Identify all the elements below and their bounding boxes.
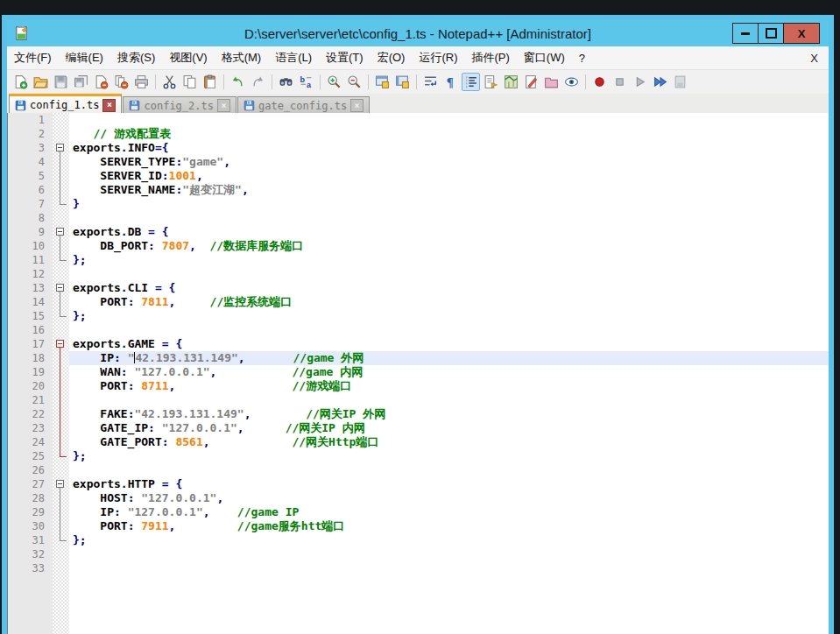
maximize-button[interactable] (758, 23, 784, 44)
save-all-icon[interactable] (72, 73, 90, 91)
code-line[interactable]: 21 (8, 393, 829, 407)
menu-item-language[interactable]: 语言(L) (268, 46, 319, 69)
code-text[interactable]: SERVER_NAME:"超变江湖", (69, 183, 829, 197)
line-number[interactable]: 14 (8, 295, 53, 309)
code-text[interactable]: PORT: 7811, //监控系统端口 (69, 295, 829, 309)
paste-icon[interactable] (201, 73, 219, 91)
line-number[interactable]: 24 (8, 435, 53, 449)
code-line[interactable]: 33 (8, 561, 829, 575)
code-text[interactable] (69, 113, 829, 127)
code-line[interactable]: 5 SERVER_ID:1001, (8, 169, 829, 183)
tab-close-icon[interactable]: × (217, 99, 230, 112)
code-text[interactable]: PORT: 8711, //游戏端口 (69, 379, 829, 393)
line-number[interactable]: 29 (8, 505, 53, 519)
fold-collapse-box[interactable] (53, 477, 69, 491)
line-number[interactable]: 10 (8, 239, 53, 253)
code-text[interactable]: }; (69, 533, 829, 547)
tab-config_1.ts[interactable]: config_1.ts× (9, 94, 122, 115)
line-number[interactable]: 32 (8, 547, 53, 561)
line-number[interactable]: 13 (8, 281, 53, 295)
macro-save-icon[interactable] (671, 73, 689, 91)
code-text[interactable]: FAKE:"42.193.131.149", //网关IP 外网 (69, 407, 829, 421)
line-number[interactable]: 11 (8, 253, 53, 267)
line-number[interactable]: 8 (8, 211, 53, 225)
code-text[interactable]: exports.GAME = { (69, 337, 829, 351)
code-text[interactable]: } (69, 197, 829, 211)
code-line[interactable]: 18 IP: "42.193.131.149", //game 外网 (8, 351, 829, 365)
code-line[interactable]: 11}; (8, 253, 829, 267)
close-file-icon[interactable] (92, 73, 110, 91)
code-text[interactable]: DB_PORT: 7807, //数据库服务端口 (69, 239, 829, 253)
menu-item-file[interactable]: 文件(F) (7, 46, 59, 69)
code-line[interactable]: 20 PORT: 8711, //游戏端口 (8, 379, 829, 393)
print-icon[interactable] (132, 73, 151, 91)
code-text[interactable]: SERVER_ID:1001, (69, 169, 829, 183)
code-line[interactable]: 26 (8, 463, 829, 477)
code-line[interactable]: 12 (8, 267, 829, 281)
code-text[interactable]: }; (69, 253, 829, 267)
close-button[interactable]: X (783, 23, 820, 44)
line-number[interactable]: 1 (8, 113, 53, 127)
code-line[interactable]: 19 WAN: "127.0.0.1", //game 内网 (8, 365, 829, 379)
title-bar[interactable]: D:\server\server\etc\config_1.ts - Notep… (7, 20, 829, 46)
minimize-button[interactable] (732, 23, 759, 44)
menu-item-format[interactable]: 格式(M) (215, 46, 269, 69)
undo-icon[interactable] (229, 73, 247, 91)
macro-run-multiple-icon[interactable] (651, 73, 669, 91)
file-monitoring-icon[interactable] (562, 73, 581, 91)
document-map-icon[interactable] (502, 73, 520, 91)
code-text[interactable] (69, 575, 829, 634)
code-line[interactable]: 31}; (8, 533, 829, 547)
code-line[interactable]: 7} (8, 197, 829, 211)
macro-record-icon[interactable] (590, 73, 609, 91)
menu-item-search[interactable]: 搜索(S) (110, 46, 162, 69)
find-icon[interactable] (277, 73, 295, 91)
code-text[interactable] (69, 393, 829, 407)
line-number[interactable]: 20 (8, 379, 53, 393)
code-line[interactable]: 32 (8, 547, 829, 561)
tab-config_2.ts[interactable]: config_2.ts× (123, 96, 236, 114)
code-text[interactable]: IP: "42.193.131.149", //game 外网 (69, 351, 829, 365)
code-text[interactable]: exports.INFO={ (69, 141, 829, 155)
folder-as-workspace-icon[interactable] (542, 73, 561, 91)
menu-item-plugins[interactable]: 插件(P) (464, 46, 516, 69)
line-number[interactable]: 9 (8, 225, 53, 239)
code-text[interactable] (69, 547, 829, 561)
line-number[interactable]: 21 (8, 393, 53, 407)
function-list-icon[interactable] (482, 73, 500, 91)
code-line[interactable]: 16 (8, 323, 829, 337)
indent-guide-icon[interactable] (462, 73, 480, 91)
sync-scroll-horizontal-icon[interactable] (393, 73, 412, 91)
line-number[interactable]: 25 (8, 449, 53, 463)
line-number[interactable]: 27 (8, 477, 53, 491)
code-text[interactable] (69, 561, 829, 575)
code-line[interactable]: 23 GATE_IP: "127.0.0.1", //网关IP 内网 (8, 421, 829, 435)
line-number[interactable]: 17 (8, 337, 53, 351)
line-number[interactable]: 2 (8, 127, 53, 141)
line-number[interactable]: 22 (8, 407, 53, 421)
line-number[interactable]: 5 (8, 169, 53, 183)
menu-item-run[interactable]: 运行(R) (412, 46, 464, 69)
editor-area[interactable]: 12 // 游戏配置表3exports.INFO={4 SERVER_TYPE:… (7, 113, 829, 634)
menu-item-view[interactable]: 视图(V) (162, 46, 214, 69)
code-line[interactable]: 1 (8, 113, 829, 127)
cut-icon[interactable] (160, 73, 179, 91)
code-text[interactable]: WAN: "127.0.0.1", //game 内网 (69, 365, 829, 379)
code-line[interactable]: 29 IP: "127.0.0.1", //game IP (8, 505, 829, 519)
code-text[interactable] (69, 463, 829, 477)
code-line[interactable]: 27exports.HTTP = { (8, 477, 829, 491)
menu-item-settings[interactable]: 设置(T) (319, 46, 371, 69)
menu-item-macro[interactable]: 宏(O) (371, 46, 413, 69)
code-line[interactable]: 13exports.CLI = { (8, 281, 829, 295)
word-wrap-icon[interactable] (421, 73, 440, 91)
code-line[interactable]: 22 FAKE:"42.193.131.149", //网关IP 外网 (8, 407, 829, 421)
tab-close-icon[interactable]: × (102, 99, 116, 112)
code-text[interactable] (69, 323, 829, 337)
code-text[interactable]: }; (69, 309, 829, 323)
code-line[interactable]: 9exports.DB = { (8, 225, 829, 239)
copy-icon[interactable] (180, 73, 199, 91)
zoom-out-icon[interactable] (345, 73, 364, 91)
code-text[interactable]: PORT: 7911, //game服务htt端口 (69, 519, 829, 533)
code-text[interactable]: exports.DB = { (69, 225, 829, 239)
code-text[interactable]: GATE_PORT: 8561, //网关Http端口 (69, 435, 829, 449)
